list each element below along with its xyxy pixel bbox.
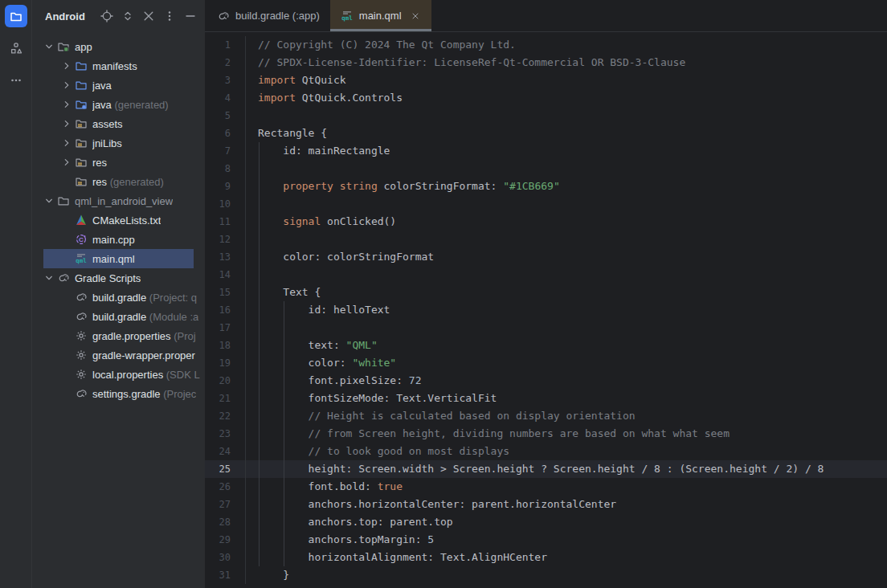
- line-number[interactable]: 19: [205, 354, 246, 372]
- line-number[interactable]: 4: [205, 89, 246, 107]
- stripe-button-project[interactable]: [5, 5, 27, 27]
- tree-row-gradle-properties[interactable]: gradle.properties (Proj: [32, 326, 205, 345]
- tree-row-gradle-wrapper-proper[interactable]: gradle-wrapper.proper: [32, 345, 205, 365]
- line-number[interactable]: 25: [205, 460, 246, 478]
- line-text[interactable]: horizontalAlignment: Text.AlignHCenter: [246, 549, 887, 566]
- line-number[interactable]: 17: [205, 319, 246, 337]
- tree-row-cmakelists-txt[interactable]: CMakeLists.txt: [32, 210, 205, 230]
- line-text[interactable]: anchors.top: parent.top: [246, 513, 887, 531]
- line-number[interactable]: 8: [205, 160, 246, 178]
- line-text[interactable]: property string colorStringFormat: "#1CB…: [246, 178, 887, 195]
- line-text[interactable]: [246, 266, 887, 284]
- line-number[interactable]: 3: [205, 71, 246, 89]
- line-text[interactable]: height: Screen.width > Screen.height ? S…: [246, 460, 887, 478]
- stripe-button-structure[interactable]: [5, 37, 27, 59]
- line-number[interactable]: 2: [205, 54, 246, 71]
- line-number[interactable]: 24: [205, 443, 246, 460]
- tree-row-manifests[interactable]: manifests: [32, 56, 205, 76]
- tree-row-local-properties[interactable]: local.properties (SDK L: [32, 365, 205, 384]
- panel-action-collapse-all[interactable]: [141, 10, 155, 23]
- chevron-right-icon[interactable]: [59, 97, 74, 112]
- line-text[interactable]: anchors.topMargin: 5: [246, 531, 887, 549]
- line-text[interactable]: font.bold: true: [246, 478, 887, 496]
- tree-row-java[interactable]: java: [32, 76, 205, 95]
- chevron-down-icon[interactable]: [42, 39, 56, 54]
- line-number[interactable]: 21: [205, 390, 246, 407]
- line-text[interactable]: id: helloText: [246, 301, 887, 319]
- line-text[interactable]: // to look good on most displays: [246, 443, 887, 460]
- line-number[interactable]: 31: [205, 566, 246, 584]
- line-number[interactable]: 12: [205, 231, 246, 248]
- tree-row-jnilibs[interactable]: jniLibs: [32, 133, 205, 153]
- line-text[interactable]: [246, 160, 887, 178]
- chevron-right-icon[interactable]: [59, 116, 74, 131]
- tree-row-res[interactable]: res (generated): [32, 172, 205, 191]
- line-number[interactable]: 18: [205, 337, 246, 354]
- line-text[interactable]: signal onClicked(): [246, 213, 887, 231]
- tree-row-main-cpp[interactable]: Cmain.cpp: [32, 230, 205, 249]
- line-number[interactable]: 28: [205, 513, 246, 531]
- line-number[interactable]: 23: [205, 425, 246, 443]
- tree-row-gradle-scripts[interactable]: Gradle Scripts: [32, 268, 205, 288]
- line-number[interactable]: 7: [205, 142, 246, 160]
- line-text[interactable]: Rectangle {: [246, 125, 887, 142]
- line-text[interactable]: import QtQuick: [246, 71, 887, 89]
- line-text[interactable]: // Copyright (C) 2024 The Qt Company Ltd…: [246, 36, 887, 54]
- panel-action-expand-all[interactable]: [121, 10, 134, 23]
- line-number[interactable]: 26: [205, 478, 246, 496]
- line-number[interactable]: 14: [205, 266, 246, 284]
- tree-row-java[interactable]: java (generated): [32, 95, 205, 114]
- line-number[interactable]: 5: [205, 107, 246, 125]
- line-text[interactable]: text: "QML": [246, 337, 887, 354]
- project-view-selector[interactable]: Android: [45, 10, 85, 22]
- line-text[interactable]: [246, 195, 887, 213]
- tree-row-assets[interactable]: assets: [32, 114, 205, 133]
- chevron-right-icon[interactable]: [59, 136, 74, 150]
- line-text[interactable]: // from Screen height, dividing numbers …: [246, 425, 887, 443]
- line-text[interactable]: [246, 319, 887, 337]
- line-text[interactable]: font.pixelSize: 72: [246, 372, 887, 390]
- line-number[interactable]: 22: [205, 407, 246, 425]
- line-text[interactable]: color: colorStringFormat: [246, 248, 887, 266]
- line-text[interactable]: fontSizeMode: Text.VerticalFit: [246, 390, 887, 407]
- chevron-down-icon[interactable]: [42, 194, 56, 208]
- line-number[interactable]: 6: [205, 125, 246, 142]
- stripe-button-more-tool-windows[interactable]: [5, 69, 27, 92]
- chevron-down-icon[interactable]: [42, 271, 56, 285]
- line-text[interactable]: }: [246, 566, 887, 584]
- line-number[interactable]: 9: [205, 178, 246, 195]
- line-number[interactable]: 13: [205, 248, 246, 266]
- tree-row-settings-gradle[interactable]: settings.gradle (Projec: [32, 384, 205, 403]
- tree-row-app[interactable]: app: [32, 37, 205, 56]
- line-number[interactable]: 30: [205, 549, 246, 566]
- code-editor[interactable]: 1// Copyright (C) 2024 The Qt Company Lt…: [205, 33, 887, 588]
- line-number[interactable]: 20: [205, 372, 246, 390]
- editor-tab-build-gradle-app-[interactable]: build.gradle (:app): [206, 0, 330, 31]
- tab-close-icon[interactable]: [410, 10, 421, 22]
- panel-action-hide[interactable]: [183, 10, 197, 23]
- line-text[interactable]: color: "white": [246, 354, 887, 372]
- line-number[interactable]: 10: [205, 195, 246, 213]
- line-number[interactable]: 15: [205, 284, 246, 301]
- line-number[interactable]: 29: [205, 531, 246, 549]
- tree-row-qml-in-android-view[interactable]: qml_in_android_view: [32, 191, 205, 210]
- line-text[interactable]: // SPDX-License-Identifier: LicenseRef-Q…: [246, 54, 887, 71]
- tree-row-res[interactable]: res: [32, 153, 205, 172]
- tree-row-build-gradle[interactable]: build.gradle (Module :a: [32, 307, 205, 326]
- line-number[interactable]: 11: [205, 213, 246, 231]
- editor-tab-main-qml[interactable]: qmlmain.qml: [330, 0, 431, 31]
- chevron-right-icon[interactable]: [59, 155, 74, 169]
- chevron-right-icon[interactable]: [59, 59, 74, 73]
- tree-row-build-gradle[interactable]: build.gradle (Project: q: [32, 288, 205, 307]
- line-text[interactable]: [246, 107, 887, 125]
- line-number[interactable]: 27: [205, 496, 246, 513]
- panel-action-kebab[interactable]: [162, 10, 176, 23]
- line-text[interactable]: Text {: [246, 284, 887, 301]
- line-number[interactable]: 16: [205, 301, 246, 319]
- line-number[interactable]: 1: [205, 36, 246, 54]
- tree-row-main-qml[interactable]: qmlmain.qml: [32, 249, 205, 268]
- panel-action-locate[interactable]: [100, 10, 113, 23]
- chevron-right-icon[interactable]: [59, 78, 74, 92]
- line-text[interactable]: anchors.horizontalCenter: parent.horizon…: [246, 496, 887, 513]
- line-text[interactable]: import QtQuick.Controls: [246, 89, 887, 107]
